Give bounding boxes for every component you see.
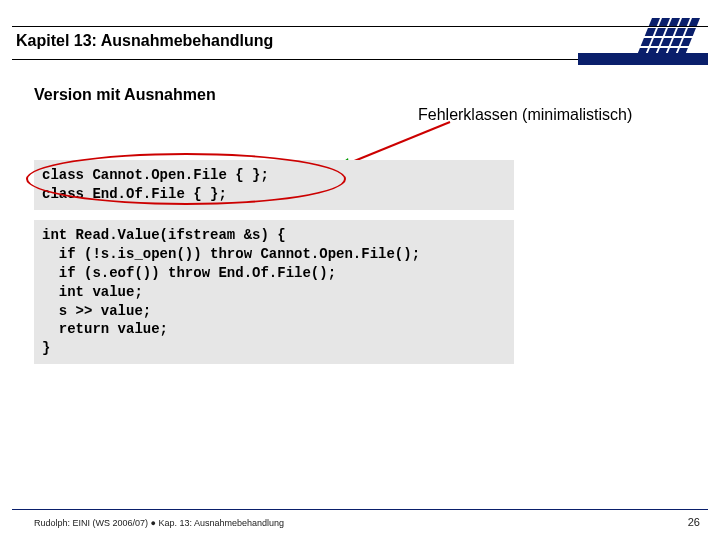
svg-rect-13	[671, 38, 682, 46]
slide-root: Kapitel 13: Ausnahmebehandlung	[0, 0, 720, 540]
svg-rect-12	[661, 38, 672, 46]
svg-rect-8	[675, 28, 686, 36]
svg-rect-1	[659, 18, 670, 26]
rule-footer	[12, 509, 708, 510]
brand-logo-icon	[624, 18, 702, 58]
rule-top	[12, 26, 708, 27]
svg-rect-11	[651, 38, 662, 46]
code-block-function: int Read.Value(ifstream &s) { if (!s.is_…	[34, 220, 514, 364]
code-text-2: int Read.Value(ifstream &s) { if (!s.is_…	[42, 226, 506, 358]
svg-rect-2	[669, 18, 680, 26]
rule-mid	[12, 53, 708, 65]
code-text-1: class Cannot.Open.File { }; class End.Of…	[42, 166, 506, 204]
svg-rect-14	[681, 38, 692, 46]
annotation-label: Fehlerklassen (minimalistisch)	[418, 106, 632, 124]
footer-left: Rudolph: EINI (WS 2006/07) ● Kap. 13: Au…	[34, 518, 284, 528]
svg-rect-0	[649, 18, 660, 26]
svg-rect-15	[637, 48, 648, 56]
chapter-title: Kapitel 13: Ausnahmebehandlung	[16, 32, 273, 50]
svg-rect-7	[665, 28, 676, 36]
svg-rect-18	[667, 48, 678, 56]
svg-rect-3	[679, 18, 690, 26]
svg-rect-16	[647, 48, 658, 56]
svg-rect-4	[689, 18, 700, 26]
section-subhead: Version mit Ausnahmen	[34, 86, 216, 104]
svg-rect-5	[645, 28, 656, 36]
svg-rect-6	[655, 28, 666, 36]
code-block-classes: class Cannot.Open.File { }; class End.Of…	[34, 160, 514, 210]
svg-rect-10	[641, 38, 652, 46]
page-number: 26	[688, 516, 700, 528]
svg-rect-19	[677, 48, 688, 56]
svg-rect-9	[685, 28, 696, 36]
svg-rect-17	[657, 48, 668, 56]
